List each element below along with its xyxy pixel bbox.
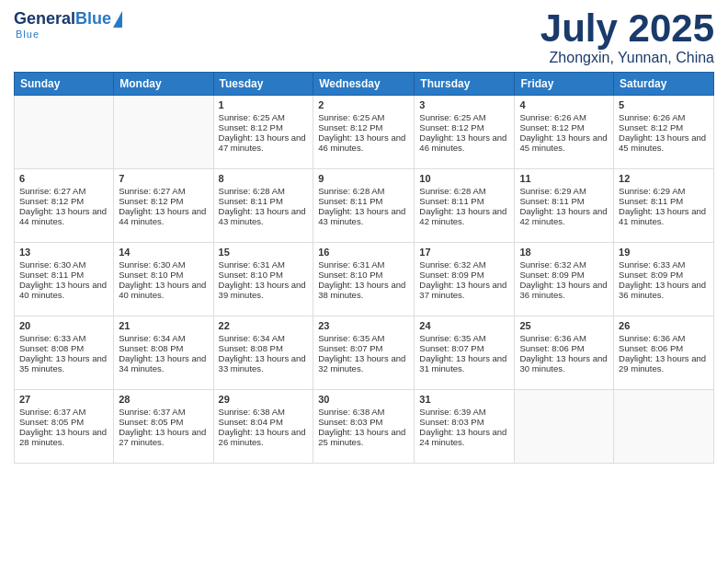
cell-info: Daylight: 13 hours and 40 minutes. [19,280,108,300]
cell-info: Sunset: 8:07 PM [419,343,509,353]
cell-info: Daylight: 13 hours and 33 minutes. [219,353,309,373]
cell-info: Sunset: 8:10 PM [318,270,409,280]
cell-info: Daylight: 13 hours and 41 minutes. [619,206,709,226]
cell-info: Sunset: 8:08 PM [119,343,208,353]
calendar-cell [614,390,714,464]
calendar-location: Zhongxin, Yunnan, China [540,50,714,66]
calendar-cell: 13Sunrise: 6:30 AMSunset: 8:11 PMDayligh… [15,243,114,316]
cell-info: Sunrise: 6:25 AM [219,112,309,122]
calendar-week-row: 20Sunrise: 6:33 AMSunset: 8:08 PMDayligh… [15,316,714,390]
header-tuesday: Tuesday [213,73,313,96]
cell-info: Sunrise: 6:34 AM [219,333,309,343]
calendar-week-row: 1Sunrise: 6:25 AMSunset: 8:12 PMDaylight… [15,96,714,169]
cell-info: Sunrise: 6:33 AM [619,259,709,270]
logo-general: General [14,9,75,29]
cell-info: Sunrise: 6:27 AM [119,186,208,196]
cell-info: Sunset: 8:12 PM [318,122,409,132]
day-number: 4 [519,99,609,110]
cell-info: Sunrise: 6:36 AM [619,333,709,343]
cell-info: Daylight: 13 hours and 44 minutes. [19,206,108,226]
calendar-cell: 23Sunrise: 6:35 AMSunset: 8:07 PMDayligh… [313,316,415,390]
calendar-cell [515,390,614,464]
calendar-cell: 26Sunrise: 6:36 AMSunset: 8:06 PMDayligh… [614,316,714,390]
calendar-week-row: 27Sunrise: 6:37 AMSunset: 8:05 PMDayligh… [15,390,714,464]
cell-info: Sunrise: 6:35 AM [318,333,409,343]
cell-info: Daylight: 13 hours and 24 minutes. [419,427,509,447]
cell-info: Sunrise: 6:33 AM [19,333,108,343]
calendar-cell: 28Sunrise: 6:37 AMSunset: 8:05 PMDayligh… [114,390,213,464]
cell-info: Daylight: 13 hours and 30 minutes. [519,353,609,373]
cell-info: Sunrise: 6:28 AM [419,186,509,196]
cell-info: Sunrise: 6:26 AM [619,112,709,122]
cell-info: Sunset: 8:11 PM [619,196,709,206]
cell-info: Daylight: 13 hours and 37 minutes. [419,280,509,300]
cell-info: Sunset: 8:11 PM [419,196,509,206]
day-number: 15 [219,247,309,258]
cell-info: Daylight: 13 hours and 44 minutes. [119,206,208,226]
cell-info: Daylight: 13 hours and 45 minutes. [619,132,709,153]
calendar-week-row: 13Sunrise: 6:30 AMSunset: 8:11 PMDayligh… [15,243,714,316]
calendar-cell: 12Sunrise: 6:29 AMSunset: 8:11 PMDayligh… [614,169,714,243]
calendar-cell: 22Sunrise: 6:34 AMSunset: 8:08 PMDayligh… [213,316,313,390]
title-block: July 2025 Zhongxin, Yunnan, China [540,9,714,66]
cell-info: Sunrise: 6:36 AM [519,333,609,343]
cell-info: Sunset: 8:06 PM [619,343,709,353]
calendar-title: July 2025 [540,9,714,48]
cell-info: Daylight: 13 hours and 36 minutes. [519,280,609,300]
calendar-cell: 29Sunrise: 6:38 AMSunset: 8:04 PMDayligh… [213,390,313,464]
calendar-cell: 15Sunrise: 6:31 AMSunset: 8:10 PMDayligh… [213,243,313,316]
cell-info: Sunrise: 6:25 AM [318,112,409,122]
cell-info: Daylight: 13 hours and 34 minutes. [119,353,208,373]
cell-info: Sunset: 8:09 PM [619,270,709,280]
cell-info: Sunset: 8:04 PM [219,417,309,427]
day-number: 27 [19,394,108,405]
cell-info: Sunrise: 6:31 AM [318,259,409,270]
day-number: 2 [318,99,409,110]
cell-info: Sunset: 8:09 PM [519,270,609,280]
calendar-cell: 7Sunrise: 6:27 AMSunset: 8:12 PMDaylight… [114,169,213,243]
cell-info: Sunrise: 6:37 AM [119,407,208,417]
cell-info: Sunset: 8:12 PM [119,196,208,206]
header-monday: Monday [114,73,213,96]
logo-icon [113,11,122,28]
cell-info: Sunset: 8:12 PM [219,122,309,132]
cell-info: Sunset: 8:11 PM [19,270,108,280]
calendar-cell: 16Sunrise: 6:31 AMSunset: 8:10 PMDayligh… [313,243,415,316]
cell-info: Sunset: 8:06 PM [519,343,609,353]
day-number: 12 [619,173,709,184]
logo-blue: Blue [75,9,111,29]
cell-info: Sunrise: 6:34 AM [119,333,208,343]
cell-info: Daylight: 13 hours and 46 minutes. [419,132,509,153]
cell-info: Sunrise: 6:37 AM [19,407,108,417]
calendar-cell: 10Sunrise: 6:28 AMSunset: 8:11 PMDayligh… [415,169,515,243]
cell-info: Sunset: 8:12 PM [619,122,709,132]
logo: GeneralBlue Blue [14,9,122,40]
cell-info: Daylight: 13 hours and 31 minutes. [419,353,509,373]
cell-info: Sunset: 8:03 PM [318,417,409,427]
calendar-cell: 24Sunrise: 6:35 AMSunset: 8:07 PMDayligh… [415,316,515,390]
cell-info: Daylight: 13 hours and 26 minutes. [219,427,309,447]
cell-info: Daylight: 13 hours and 40 minutes. [119,280,208,300]
calendar-cell: 6Sunrise: 6:27 AMSunset: 8:12 PMDaylight… [15,169,114,243]
cell-info: Sunset: 8:10 PM [119,270,208,280]
calendar-week-row: 6Sunrise: 6:27 AMSunset: 8:12 PMDaylight… [15,169,714,243]
header-wednesday: Wednesday [313,73,415,96]
weekday-header-row: Sunday Monday Tuesday Wednesday Thursday… [15,73,714,96]
cell-info: Sunrise: 6:29 AM [519,186,609,196]
logo-text: GeneralBlue [14,9,122,29]
day-number: 30 [318,394,409,405]
cell-info: Sunrise: 6:35 AM [419,333,509,343]
cell-info: Daylight: 13 hours and 42 minutes. [419,206,509,226]
day-number: 7 [119,173,208,184]
day-number: 24 [419,320,509,331]
day-number: 31 [419,394,509,405]
day-number: 17 [419,247,509,258]
cell-info: Sunset: 8:10 PM [219,270,309,280]
cell-info: Sunrise: 6:26 AM [519,112,609,122]
calendar-cell: 20Sunrise: 6:33 AMSunset: 8:08 PMDayligh… [15,316,114,390]
cell-info: Sunrise: 6:29 AM [619,186,709,196]
page-container: GeneralBlue Blue July 2025 Zhongxin, Yun… [0,0,728,473]
calendar-header: Sunday Monday Tuesday Wednesday Thursday… [15,73,714,96]
cell-info: Sunset: 8:12 PM [419,122,509,132]
cell-info: Sunset: 8:12 PM [19,196,108,206]
